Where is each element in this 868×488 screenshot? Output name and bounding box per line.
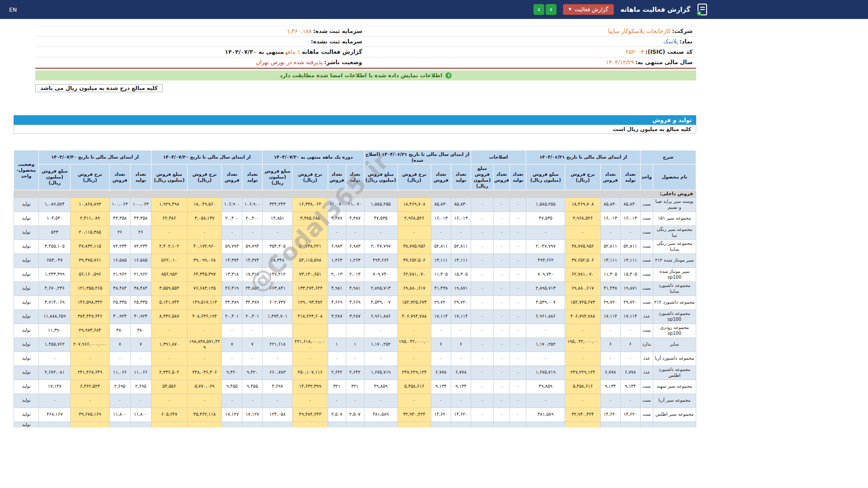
column-header: تعداد تولید	[130, 164, 151, 190]
unit-cell: ست	[640, 394, 653, 408]
value-cell: ۶۴,۳۴۵,۳۹۷	[187, 267, 222, 282]
value-cell: ۳,۳۸۵,۶۸۵	[292, 211, 328, 225]
company-info-value[interactable]: پلاسک	[663, 38, 678, 45]
value-cell: ۴,۵۳۹,۰۰۷	[526, 296, 565, 310]
value-cell: ۲۴۷,۲۲۹,۱۲۴	[565, 366, 600, 380]
value-cell: ۷۲,۲۳۴	[130, 239, 151, 253]
product-row: مجموعه سپر اطلسست۱۴,۶۲۰۱۴,۶۲۰۳۲,۹۴۰,۴۲۴۴…	[14, 408, 696, 422]
value-cell: ۳۴,۳۸۹	[242, 296, 263, 310]
value-cell: ۱,۶۷۵,۷۱۹	[526, 366, 565, 380]
value-cell: ۴۷,۵۳۵	[364, 211, 397, 225]
next-report-button[interactable]: ›	[546, 4, 557, 15]
prev-report-button[interactable]: ‹	[533, 4, 544, 15]
unit-cell: ندارد	[640, 338, 653, 352]
value-cell: ۰	[222, 394, 242, 408]
company-info-table: شرکت:کارخانجات پلاسکوکار سایپاسرمایه ثبت…	[35, 26, 696, 69]
column-header: تعداد تولید	[620, 164, 640, 190]
company-info-label: شرکت:	[672, 28, 693, 34]
product-name-cell: مجموعه داشبورد sp100	[653, 310, 696, 324]
column-header: تعداد فروش	[222, 164, 242, 190]
production-sales-section-header: تولید و فروش	[14, 115, 696, 125]
report-document-icon[interactable]	[697, 3, 708, 16]
value-cell: ۹,۱۳۴	[451, 380, 471, 394]
value-cell: ۶,۹۶۱,۸۸۶	[364, 310, 397, 324]
chevron-down-icon: ▼	[569, 8, 571, 11]
value-cell: ۱۱,۳۹۰	[39, 324, 71, 338]
value-cell: ۰	[39, 394, 71, 408]
value-cell: ۰	[471, 366, 494, 380]
company-info-value[interactable]: کارخانجات پلاسکوکار سایپا	[608, 28, 670, 34]
product-name-cell: مجموعه داشبورد اطلس	[653, 366, 696, 380]
column-header: تعداد فروش	[600, 164, 620, 190]
language-en-link[interactable]: EN	[9, 6, 17, 13]
value-cell: ۲۴۱,۴۶۷,۶۴۹	[71, 366, 109, 380]
value-cell: ۰	[263, 225, 292, 239]
unit-cell: ست	[640, 324, 653, 338]
value-cell: ۴,۶۷۰,۲۳۶	[39, 282, 71, 296]
column-header: مبلغ فروش (میلیون ریال)	[151, 164, 187, 190]
value-cell: ۰	[494, 211, 510, 225]
status-cell: تولید	[14, 310, 39, 324]
value-cell: ۶,۷۷۸	[620, 366, 640, 380]
value-cell: ۰	[451, 394, 471, 408]
value-cell: ۲۰,۱۱۵,۳۸۵	[71, 225, 109, 239]
value-cell: ۴۰۶,۷۹۴,۷۸۸	[397, 310, 431, 324]
value-cell: ۰	[494, 253, 510, 267]
value-cell: ۱۷,۱۴۷	[39, 380, 71, 394]
value-cell: ۴۹۳,۶۶۲	[364, 253, 397, 267]
company-info-value: ۰	[307, 38, 310, 45]
value-cell: ۴۹,۴۸۴,۶۴۳	[292, 408, 328, 422]
value-cell: ۰	[222, 225, 242, 239]
report-type-dropdown[interactable]: گزارش فعالیت ▼	[563, 4, 614, 15]
value-cell: ۶	[451, 338, 471, 352]
value-cell: ۴۰۸,۶۳۶,۱۹۴	[187, 310, 222, 324]
value-cell: ۰	[620, 225, 640, 239]
status-cell: تولید	[14, 267, 39, 282]
value-cell: ۰	[364, 394, 397, 408]
value-cell: ۲,۰۱۳	[328, 267, 346, 282]
status-cell: تولید	[14, 422, 39, 427]
value-cell: ۵۲,۸۱۱	[600, 239, 620, 253]
company-info-field: سال مالی منتهی به:۱۴۰۴/۱۲/۲۹	[366, 57, 696, 67]
status-cell: تولید	[14, 197, 39, 211]
unit-cell: ست	[640, 408, 653, 422]
unit-cell: ست	[640, 211, 653, 225]
value-cell: ۱,۲۶۳	[346, 253, 364, 267]
value-cell: ۰	[242, 352, 263, 366]
value-cell: ۲۹,۷۲۰	[620, 296, 640, 310]
value-cell: ۰	[471, 211, 494, 225]
value-cell: ۶۰۵,۶۴۷	[151, 408, 187, 422]
value-cell: ۰	[494, 310, 510, 324]
value-cell: ۰	[151, 352, 187, 366]
value-cell: ۱۷,۱۱۴	[451, 310, 471, 324]
navbar-controls: گزارش فعالیت ماهانه گزارش فعالیت ▼ ‹ ›	[530, 3, 708, 16]
status-cell: تولید	[14, 366, 39, 380]
value-cell: ۰	[565, 324, 600, 338]
unit-cell: ست	[640, 239, 653, 253]
value-cell: ۲,۸۹۵,۷۱۳	[526, 282, 565, 296]
company-info-label: وضعیت ناشر:	[324, 59, 362, 66]
value-cell: ۱,۲۳۳,۳۹۹	[39, 267, 71, 282]
value-cell: ۱۶,۰۱۳	[620, 211, 640, 225]
value-cell	[494, 422, 510, 427]
value-cell: ۰	[494, 408, 510, 422]
value-cell: ۰	[187, 352, 222, 366]
value-cell: ۲۰,۴۰۰	[222, 211, 242, 225]
value-cell: ۰	[565, 394, 600, 408]
product-row: مجموعه داشبورد آریاعدد۰۰۰۰۰۰۰۰۰۰۰۰۰۰۰۰۰۰…	[14, 352, 696, 366]
value-cell: ۲,۴۱۱,۰۸۹	[71, 211, 109, 225]
value-cell: ۲۴,۸۵۲	[242, 282, 263, 296]
value-cell: ۰	[187, 225, 222, 239]
value-cell: ۴۹۳,۶۶۲	[526, 253, 565, 267]
value-cell: ۳۹,۰۹۹,۰۶۸	[187, 253, 222, 267]
value-cell: ۰	[292, 225, 328, 239]
value-cell: ۰	[510, 324, 526, 338]
column-header: تعداد تولید	[346, 164, 364, 190]
value-cell: ۰	[109, 394, 130, 408]
value-cell: ۲۰۷,۹۶۶,۰۰۰,۰۰۰	[71, 338, 109, 352]
unit-cell: عدد	[640, 366, 653, 380]
product-row: سپر مونتاژ شده ۲۱۲ست۱۳,۱۱۱۱۳,۱۱۱۳۷,۶۵۲,۵…	[14, 253, 696, 267]
value-cell: ۰	[364, 324, 397, 338]
value-cell	[451, 422, 471, 427]
value-cell: ۳۸,۴۸۴	[130, 282, 151, 296]
